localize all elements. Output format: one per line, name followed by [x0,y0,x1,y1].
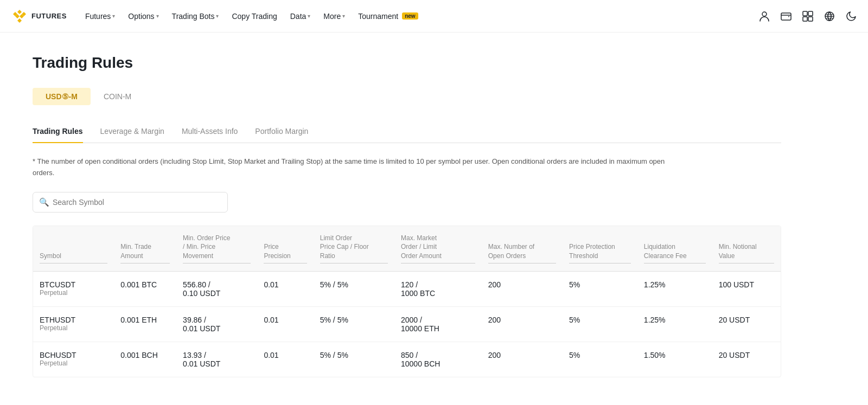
cell-max-open: 200 [482,271,563,306]
chevron-down-icon: ▾ [112,13,115,19]
cell-min-trade: 0.001 ETH [114,306,176,342]
cell-symbol: BCHUSDT Perpetual [33,342,114,377]
logo-text: FUTURES [31,12,67,20]
nav-more[interactable]: More ▾ [318,9,350,24]
col-limit-order: Limit OrderPrice Cap / FloorRatio [314,226,394,272]
cell-min-order-price: 39.86 / 0.01 USDT [176,306,257,342]
chevron-down-icon: ▾ [342,13,345,19]
table-row: BTCUSDT Perpetual 0.001 BTC 556.80 / 0.1… [33,271,781,306]
col-max-market: Max. MarketOrder / LimitOrder Amount [394,226,482,272]
tournament-badge: new [402,12,418,20]
table-header-row: Symbol Min. TradeAmount Min. Order Price… [33,226,781,272]
cell-price-precision: 0.01 [257,306,313,342]
col-min-order-price: Min. Order Price/ Min. PriceMovement [176,226,257,272]
nav-trading-bots[interactable]: Trading Bots ▾ [167,9,225,24]
svg-rect-8 [781,13,791,20]
cell-price-prot: 5% [563,271,637,306]
page-title: Trading Rules [33,54,781,72]
svg-rect-11 [803,17,807,21]
header: FUTURES Futures ▾ Options ▾ Trading Bots… [0,0,868,33]
wallet-icon[interactable] [780,10,792,22]
account-icon[interactable] [758,10,770,22]
search-icon: 🔍 [39,197,49,207]
svg-point-7 [762,12,767,16]
col-max-open-orders: Max. Number ofOpen Orders [482,226,563,272]
search-wrapper: 🔍 [33,192,228,213]
main-nav: Futures ▾ Options ▾ Trading Bots ▾ Copy … [80,9,758,24]
svg-rect-12 [808,17,813,21]
chevron-down-icon: ▾ [156,13,159,19]
tab-leverage-margin[interactable]: Leverage & Margin [100,121,164,143]
chevron-down-icon: ▾ [216,13,219,19]
cell-min-notional: 20 USDT [712,306,781,342]
cell-liq-fee: 1.25% [637,306,712,342]
grid-icon[interactable] [802,10,814,22]
cell-min-notional: 20 USDT [712,342,781,377]
theme-icon[interactable] [845,10,857,22]
svg-rect-10 [808,11,813,16]
cell-price-prot: 5% [563,342,637,377]
main-content: Trading Rules USD⑤-M COIN-M Trading Rule… [0,33,814,399]
cell-min-notional: 100 USDT [712,271,781,306]
tab-usds-m[interactable]: USD⑤-M [33,88,91,105]
col-symbol: Symbol [33,226,114,272]
cell-min-order-price: 13.93 / 0.01 USDT [176,342,257,377]
col-liquidation-fee: LiquidationClearance Fee [637,226,712,272]
cell-limit-order: 5% / 5% [314,306,394,342]
table-row: BCHUSDT Perpetual 0.001 BCH 13.93 / 0.01… [33,342,781,377]
cell-max-market: 2000 / 10000 ETH [394,306,482,342]
nav-copy-trading[interactable]: Copy Trading [226,9,282,24]
cell-min-trade: 0.001 BCH [114,342,176,377]
search-input[interactable] [33,192,228,213]
col-price-protection: Price ProtectionThreshold [563,226,637,272]
cell-liq-fee: 1.25% [637,271,712,306]
logo[interactable]: FUTURES [11,8,67,25]
cell-min-trade: 0.001 BTC [114,271,176,306]
cell-min-order-price: 556.80 / 0.10 USDT [176,271,257,306]
cell-max-open: 200 [482,342,563,377]
tab-portfolio-margin[interactable]: Portfolio Margin [255,121,308,143]
col-min-notional: Min. NotionalValue [712,226,781,272]
cell-max-market: 120 / 1000 BTC [394,271,482,306]
cell-limit-order: 5% / 5% [314,271,394,306]
section-tabs: Trading Rules Leverage & Margin Multi-As… [33,121,781,143]
svg-rect-9 [803,11,807,16]
cell-max-open: 200 [482,306,563,342]
svg-marker-6 [17,18,22,23]
nav-data[interactable]: Data ▾ [285,9,316,24]
nav-futures[interactable]: Futures ▾ [80,9,120,24]
nav-tournament[interactable]: Tournament new [353,9,423,24]
cell-symbol: BTCUSDT Perpetual [33,271,114,306]
chevron-down-icon: ▾ [308,13,310,19]
nav-options[interactable]: Options ▾ [123,9,164,24]
svg-marker-1 [17,10,22,14]
cell-symbol: ETHUSDT Perpetual [33,306,114,342]
col-price-precision: Price Precision [257,226,313,272]
cell-price-prot: 5% [563,306,637,342]
type-tabs: USD⑤-M COIN-M [33,88,781,105]
cell-limit-order: 5% / 5% [314,342,394,377]
header-icons [758,10,857,22]
tab-coin-m[interactable]: COIN-M [91,88,144,105]
cell-max-market: 850 / 10000 BCH [394,342,482,377]
cell-liq-fee: 1.50% [637,342,712,377]
tab-multi-assets[interactable]: Multi-Assets Info [182,121,238,143]
globe-icon[interactable] [824,10,835,22]
cell-price-precision: 0.01 [257,342,313,377]
trading-rules-table: Symbol Min. TradeAmount Min. Order Price… [33,226,781,377]
col-min-trade: Min. TradeAmount [114,226,176,272]
cell-price-precision: 0.01 [257,271,313,306]
table-row: ETHUSDT Perpetual 0.001 ETH 39.86 / 0.01… [33,306,781,342]
tab-trading-rules[interactable]: Trading Rules [33,121,83,143]
notice-text: * The number of open conditional orders … [33,156,684,179]
